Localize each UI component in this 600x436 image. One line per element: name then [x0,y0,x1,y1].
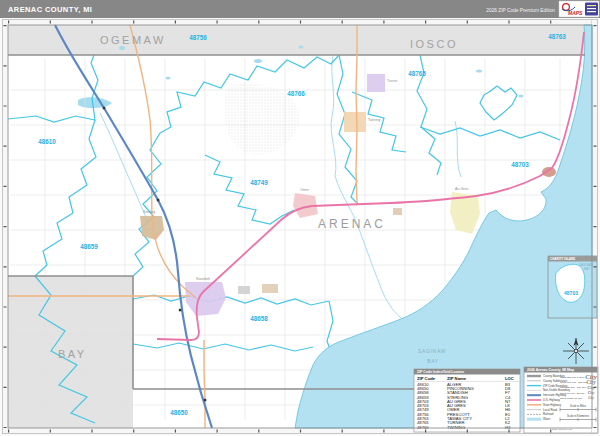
city-label-au-gres: Au Gres [455,187,468,191]
map-page: ARENAC COUNTY, MI 2026 ZIP Code Premium … [0,0,600,436]
svg-text:U.S. Highway: U.S. Highway [543,398,561,402]
zip-label-48765: 48765 [408,70,426,77]
city-label-omer: Omer [300,188,310,192]
svg-text:Local Road: Local Road [543,408,558,412]
svg-text:Railroad: Railroad [543,412,554,416]
svg-text:Cities 250,000 & Over: Cities 250,000 & Over [560,376,585,379]
svg-text:Cities 25,000 - 100,000: Cities 25,000 - 100,000 [560,386,586,389]
map-legend: 2026 Arenac County, MI Map County Bounda… [524,367,598,433]
svg-text:TWINING: TWINING [447,425,465,430]
scale-miles-label: Scale in Miles [570,404,587,408]
zip-label-48749: 48749 [250,179,268,186]
city-label-sterling: Sterling [143,210,155,214]
zip-label-48610: 48610 [38,138,56,145]
inset-water-label2: BAY [584,267,590,271]
logo-brand-text: MAPS [568,10,583,16]
publisher-logo: MAPS [559,1,599,17]
logo-badge-line1 [587,5,596,6]
city-area-small-1 [393,208,402,215]
zip-label-48703: 48703 [511,161,529,168]
svg-text:Water: Water [543,417,550,421]
svg-text:Cities Under 10,000: Cities Under 10,000 [560,397,583,400]
svg-text:City: City [588,391,595,395]
zip-label-48650: 48650 [170,409,188,416]
region-north-outside [8,25,592,55]
county-label-arenac: ARENAC [318,217,386,231]
page-title: ARENAC COUNTY, MI [8,5,92,14]
zip-label-48763: 48763 [548,33,566,40]
zip-label-48756: 48756 [189,34,207,41]
logo-badge-line3 [587,11,596,12]
city-area-small-3 [262,284,278,293]
zip-label-48659: 48659 [80,243,98,250]
city-area-small-2 [238,286,250,294]
city-label-standish: Standish [196,277,210,281]
zip-label-48658: 48658 [250,315,268,322]
city-label-turner: Turner [387,79,398,83]
zip-index-table: ZIP Code Index/Grid Locator ZIP Code ZIP… [414,369,520,432]
header-bar: ARENAC COUNTY, MI 2026 ZIP Code Premium … [0,0,600,18]
county-label-ogemaw: OGEMAW [100,34,166,46]
svg-text:48766: 48766 [417,425,429,430]
logo-badge-line2 [587,8,596,9]
charity-island-inset: CHARITY ISLAND SAGINAW BAY 48703 [548,256,597,318]
edition-label: 2026 ZIP Code Premium Edition [486,8,555,13]
table-title: ZIP Code Index/Grid Locator [417,370,465,374]
col-zip-code: ZIP Code [417,376,436,381]
scale-km-label: Scale in Kilometers [567,414,590,418]
svg-text:City: City [588,396,594,400]
zip-label-48766: 48766 [287,90,305,97]
svg-text:Cities 100,000 - 250,000: Cities 100,000 - 250,000 [560,381,588,384]
city-area-twining [344,112,366,132]
col-loc: LOC [505,376,514,381]
inset-zip-label: 48703 [564,290,578,296]
city-area-point-lookout [542,167,556,177]
inset-title: CHARITY ISLAND [550,257,576,261]
bay-label-line2: BAY [427,359,439,364]
legend-title: 2026 Arenac County, MI Map [527,368,574,372]
svg-text:State Highway: State Highway [543,403,562,407]
col-zip-name: ZIP Name [447,376,467,381]
bay-label-line1: SAGINAW [418,349,446,354]
city-label-twining: Twining [368,118,380,122]
svg-text:Cities 10,000 - 25,000: Cities 10,000 - 25,000 [560,392,585,395]
svg-text:H3: H3 [505,425,511,430]
county-label-bay: BAY [58,348,87,360]
city-area-turner [367,74,385,92]
county-label-iosco: IOSCO [410,38,458,50]
arenac-county-zip-map: ARENAC COUNTY, MI 2026 ZIP Code Premium … [0,0,600,436]
